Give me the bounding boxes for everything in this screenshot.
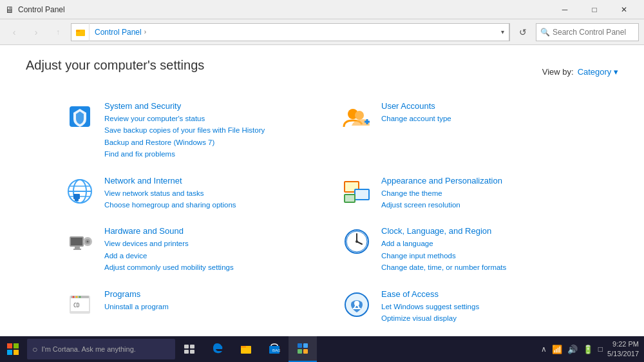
system-security-link-0[interactable]: Review your computer's status xyxy=(104,113,303,124)
svg-rect-10 xyxy=(73,194,80,199)
refresh-button[interactable]: ↺ xyxy=(514,23,532,41)
breadcrumb: Control Panel › xyxy=(90,24,497,41)
network-internet-link-1[interactable]: Choose homegroup and sharing options xyxy=(104,199,303,211)
svg-rect-24 xyxy=(73,249,81,250)
clock-language-link-0[interactable]: Add a language xyxy=(381,238,580,249)
system-security-link-1[interactable]: Save backup copies of your files with Fi… xyxy=(104,124,303,136)
svg-rect-23 xyxy=(75,247,80,249)
system-security-icon xyxy=(64,101,95,132)
tray-action-center-icon[interactable]: □ xyxy=(596,345,605,354)
taskbar-search[interactable]: ○ I'm Cortana. Ask me anything. xyxy=(27,339,175,359)
system-security-link-2[interactable]: Backup and Restore (Windows 7) xyxy=(104,137,303,148)
tray-volume-icon[interactable]: 🔊 xyxy=(565,345,580,354)
ease-of-access-icon xyxy=(341,289,372,320)
tray-battery-icon[interactable]: 🔋 xyxy=(581,345,595,354)
taskbar-app-edge[interactable] xyxy=(204,336,232,362)
hardware-sound-text: Hardware and Sound View devices and prin… xyxy=(104,226,303,273)
user-accounts-link-0[interactable]: Change account type xyxy=(381,113,580,124)
ease-of-access-link-1[interactable]: Optimize visual display xyxy=(381,312,580,324)
task-view-button[interactable] xyxy=(176,336,202,362)
search-icon: 🔍 xyxy=(540,28,550,37)
ease-of-access-link-0[interactable]: Let Windows suggest settings xyxy=(381,301,580,312)
content-header: Adjust your computer's settings View by:… xyxy=(26,58,618,86)
category-clock-language: Clock, Language, and Region Add a langua… xyxy=(341,226,580,273)
svg-rect-53 xyxy=(303,343,308,348)
user-accounts-title[interactable]: User Accounts xyxy=(381,101,580,111)
svg-rect-40 xyxy=(7,343,12,348)
clock-language-title[interactable]: Clock, Language, and Region xyxy=(381,226,580,236)
minimize-button[interactable]: ─ xyxy=(550,0,580,19)
page-title: Adjust your computer's settings xyxy=(26,58,204,73)
view-by-control: View by: Category ▾ xyxy=(542,67,618,77)
network-internet-title[interactable]: Network and Internet xyxy=(104,176,303,186)
breadcrumb-dropdown-button[interactable]: ▾ xyxy=(497,23,509,41)
search-input[interactable] xyxy=(553,28,634,37)
svg-rect-54 xyxy=(298,349,302,354)
breadcrumb-separator: › xyxy=(144,28,146,35)
category-ease-of-access: Ease of Access Let Windows suggest setti… xyxy=(341,289,580,325)
programs-title[interactable]: Programs xyxy=(104,289,303,299)
programs-link-0[interactable]: Uninstall a program xyxy=(104,301,303,312)
appearance-link-1[interactable]: Adjust screen resolution xyxy=(381,199,580,211)
clock-language-text: Clock, Language, and Region Add a langua… xyxy=(381,226,580,273)
svg-rect-15 xyxy=(355,190,368,199)
window-icon: 🖥 xyxy=(5,5,14,15)
svg-rect-49 xyxy=(241,346,246,348)
breadcrumb-link[interactable]: Control Panel xyxy=(95,28,142,37)
category-user-accounts: User Accounts Change account type xyxy=(341,101,580,160)
taskbar-app-store[interactable]: BAG xyxy=(260,336,289,362)
svg-rect-11 xyxy=(75,199,79,201)
taskbar-app-explorer[interactable] xyxy=(232,336,260,362)
folder-icon xyxy=(75,27,86,37)
view-by-value[interactable]: Category ▾ xyxy=(578,67,618,77)
appearance-link-0[interactable]: Change the theme xyxy=(381,187,580,199)
start-button[interactable] xyxy=(0,336,26,362)
user-accounts-text: User Accounts Change account type xyxy=(381,101,580,124)
svg-rect-44 xyxy=(184,345,189,348)
category-hardware-sound: Hardware and Sound View devices and prin… xyxy=(64,226,303,273)
svg-rect-52 xyxy=(298,343,302,348)
category-programs: CD Programs Uninstall a program xyxy=(64,289,303,325)
forward-button[interactable]: › xyxy=(27,23,45,41)
close-button[interactable]: ✕ xyxy=(609,0,639,19)
taskbar-right: ∧ 📶 🔊 🔋 □ 9:22 PM 5/13/2017 xyxy=(539,339,644,359)
hardware-sound-link-0[interactable]: View devices and printers xyxy=(104,238,303,249)
main-content: Adjust your computer's settings View by:… xyxy=(0,45,644,343)
clock-language-icon xyxy=(341,226,372,257)
system-security-text: System and Security Review your computer… xyxy=(104,101,303,160)
svg-rect-1 xyxy=(76,30,80,32)
title-bar-left: 🖥 Control Panel xyxy=(5,5,65,15)
cortana-icon: ○ xyxy=(32,344,37,354)
maximize-button[interactable]: □ xyxy=(580,0,609,19)
back-button[interactable]: ‹ xyxy=(5,23,23,41)
network-internet-link-0[interactable]: View network status and tasks xyxy=(104,187,303,199)
categories-grid: System and Security Review your computer… xyxy=(64,101,580,324)
tray-up-icon[interactable]: ∧ xyxy=(539,345,549,354)
appearance-title[interactable]: Appearance and Personalization xyxy=(381,176,580,186)
appearance-icon xyxy=(341,176,372,207)
network-internet-text: Network and Internet View network status… xyxy=(104,176,303,211)
hardware-sound-title[interactable]: Hardware and Sound xyxy=(104,226,303,236)
clock[interactable]: 9:22 PM 5/13/2017 xyxy=(607,339,639,359)
taskbar-app-control-panel[interactable] xyxy=(289,336,317,362)
system-security-title[interactable]: System and Security xyxy=(104,101,303,111)
svg-text:BAG: BAG xyxy=(272,348,280,352)
category-network-internet: Network and Internet View network status… xyxy=(64,176,303,211)
up-button[interactable]: ↑ xyxy=(49,23,67,41)
tray-icons: ∧ 📶 🔊 🔋 □ xyxy=(539,345,605,354)
title-bar: 🖥 Control Panel ─ □ ✕ xyxy=(0,0,644,19)
category-appearance: Appearance and Personalization Change th… xyxy=(341,176,580,211)
tray-network-icon[interactable]: 📶 xyxy=(550,345,564,354)
programs-icon: CD xyxy=(64,289,95,320)
network-internet-icon xyxy=(64,176,95,207)
ease-of-access-title[interactable]: Ease of Access xyxy=(381,289,580,299)
svg-rect-47 xyxy=(190,350,194,354)
hardware-sound-link-1[interactable]: Add a device xyxy=(104,250,303,262)
clock-language-link-2[interactable]: Change date, time, or number formats xyxy=(381,262,580,273)
hardware-sound-link-2[interactable]: Adjust commonly used mobility settings xyxy=(104,262,303,273)
svg-rect-43 xyxy=(14,350,19,355)
system-security-link-3[interactable]: Find and fix problems xyxy=(104,148,303,160)
svg-rect-55 xyxy=(303,349,308,354)
clock-language-link-1[interactable]: Change input methods xyxy=(381,250,580,262)
svg-point-33 xyxy=(73,296,75,298)
